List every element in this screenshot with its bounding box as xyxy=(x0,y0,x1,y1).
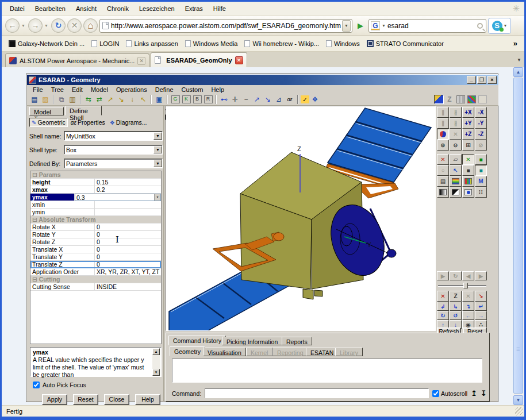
move-down-right-icon[interactable]: ↘ xyxy=(116,95,126,105)
help-book-icon[interactable]: ❖ xyxy=(310,95,320,105)
zoom-out-icon[interactable]: ⊖ xyxy=(450,140,462,151)
esarad-menu-define[interactable]: Define xyxy=(152,86,177,94)
cube-gray-icon[interactable]: ■ xyxy=(462,165,474,176)
preferences-check-icon[interactable]: ✓ xyxy=(301,95,309,103)
skype-extension-button[interactable]: S ▼ xyxy=(488,18,511,34)
param-row-rotate-z[interactable]: Rotate Z0 xyxy=(30,238,161,246)
param-row-translate-z[interactable]: Translate Z0 xyxy=(30,261,161,268)
param-row-ymax[interactable]: ymax ▾ xyxy=(30,194,161,201)
close-button[interactable]: Close xyxy=(104,394,129,405)
chevron-down-icon[interactable]: ▼ xyxy=(153,146,162,153)
bookmark-links-anpassen[interactable]: Links anpassen xyxy=(124,39,180,48)
back-button[interactable]: ← xyxy=(5,18,20,33)
spinner-icon[interactable]: ▾ xyxy=(154,194,160,201)
copy-icon[interactable]: ⧉ xyxy=(56,95,67,105)
menu-hilfe[interactable]: Hilfe xyxy=(209,3,231,14)
color-scale-icon[interactable] xyxy=(450,176,462,187)
url-dropdown-icon[interactable]: ▼ xyxy=(342,20,351,32)
grid-disabled-icon[interactable] xyxy=(455,95,466,105)
apply-button[interactable]: Apply xyxy=(42,394,67,405)
command-history-output[interactable] xyxy=(172,359,482,383)
esarad-titlebar[interactable]: ESARAD - Geometry _ ❐ × xyxy=(27,75,498,85)
scroll-to-bottom-icon[interactable]: ↧ xyxy=(481,389,487,398)
tab-reporting[interactable]: Reporting xyxy=(272,348,308,356)
ymax-input[interactable] xyxy=(75,194,154,201)
menu-datei[interactable]: Datei xyxy=(5,3,29,14)
scroll-down-icon[interactable]: ▼ xyxy=(152,369,160,376)
geometric-button[interactable]: ✎Geometric xyxy=(29,118,68,127)
model-cross-icon[interactable]: ✕ xyxy=(437,291,449,302)
back-history-dropdown[interactable]: ▼ xyxy=(21,22,26,30)
skype-dropdown-icon[interactable]: ▼ xyxy=(504,24,508,28)
doc-report-icon[interactable]: R xyxy=(203,95,213,105)
open-folder-icon[interactable]: ▨ xyxy=(40,95,51,105)
light-bulb-icon[interactable]: ○ xyxy=(437,165,449,176)
move-up-right-icon[interactable]: ↗ xyxy=(105,95,116,105)
pick-node-icon[interactable]: ↘ xyxy=(263,95,273,105)
help-scrollbar[interactable]: ▲ ▼ xyxy=(152,348,160,376)
bookmark-login[interactable]: LOGIN xyxy=(89,39,121,48)
section-row[interactable]: ⊟ Absolute Transform xyxy=(30,216,161,224)
cross-gray-icon[interactable]: ✕ xyxy=(462,291,474,302)
param-row-translate-y[interactable]: Translate Y0 xyxy=(30,253,161,261)
reset-button[interactable]: Reset xyxy=(73,394,98,405)
pick-point-icon[interactable]: ↗ xyxy=(252,95,262,105)
param-row-xmin[interactable]: xmin xyxy=(30,201,161,209)
shell-name-combo[interactable]: MyUnitBox▼ xyxy=(64,131,163,141)
param-row-height[interactable]: height0.15 xyxy=(30,179,161,186)
tab-kernel[interactable]: Kernel xyxy=(246,348,272,356)
satellite-3d-view[interactable]: Z Y xyxy=(166,106,436,331)
scroll-to-top-icon[interactable]: ↥ xyxy=(471,389,477,398)
tab-picking-information[interactable]: Picking Information xyxy=(222,337,282,345)
mirror-y2-icon[interactable]: ∦ xyxy=(450,118,462,129)
checkbox-icon[interactable] xyxy=(33,382,40,388)
ymax-edit-field[interactable]: ▾ xyxy=(75,194,161,201)
esarad-menu-tree[interactable]: Tree xyxy=(48,86,67,94)
doc-bulk-icon[interactable]: B xyxy=(192,95,202,105)
grid-color-icon[interactable] xyxy=(466,95,477,105)
forward-button[interactable]: → xyxy=(28,18,43,33)
menu-extras[interactable]: Extras xyxy=(181,3,208,14)
scroll-up-icon[interactable]: ▲ xyxy=(152,348,160,355)
esarad-menu-custom[interactable]: Custom xyxy=(178,86,207,94)
scrollbar-thumb[interactable] xyxy=(513,78,523,394)
go-button[interactable]: ▶ xyxy=(354,20,367,32)
chart-icon[interactable]: ∷ xyxy=(475,187,487,198)
swap-right-icon[interactable]: ⇄ xyxy=(94,95,105,105)
scroll-up-icon[interactable]: ▲ xyxy=(513,67,523,77)
zoom-window-icon[interactable]: ⊞ xyxy=(462,140,474,151)
tab-command-history[interactable]: Command History xyxy=(168,336,226,345)
measure-icon[interactable]: ⊷ xyxy=(219,95,229,105)
restore-button[interactable]: ❐ xyxy=(477,76,486,84)
bookmark-strato[interactable]: STRATO Communicator xyxy=(364,39,446,48)
view-minus-y-button[interactable]: -Y xyxy=(475,118,487,129)
param-row-cutting-sense[interactable]: Cutting SenseINSIDE xyxy=(30,283,161,291)
move-down-icon[interactable]: ↓ xyxy=(127,95,137,105)
rotate-arc-right-icon[interactable]: ↵ xyxy=(475,302,487,311)
tab-visualisation[interactable]: Visualisation xyxy=(203,348,246,356)
tab-geometry[interactable]: Geometry xyxy=(170,346,205,356)
tab-close-icon[interactable]: ✕ xyxy=(235,56,243,64)
green-cross-icon[interactable]: ✕ xyxy=(462,154,474,165)
auto-pick-focus-checkbox[interactable]: Auto Pick Focus xyxy=(33,382,86,388)
z-mode-icon[interactable]: Z xyxy=(444,95,455,105)
tab-list-dropdown[interactable]: ▼ xyxy=(514,55,524,66)
shell-type-combo[interactable]: Box▼ xyxy=(64,145,163,155)
slider-thumb[interactable] xyxy=(463,283,468,288)
esarad-menu-help[interactable]: Help xyxy=(208,86,228,94)
section-row[interactable]: ⊟ Cutting xyxy=(30,276,161,283)
menu-lesezeichen[interactable]: Lesezeichen xyxy=(135,3,179,14)
paste-icon[interactable]: ▥ xyxy=(67,95,78,105)
bookmarks-overflow-chevron[interactable]: » xyxy=(513,39,520,48)
alpha-epsilon-icon[interactable]: αε xyxy=(285,95,295,105)
shaded-sphere-icon[interactable] xyxy=(437,129,449,140)
z-color-icon[interactable]: Z xyxy=(450,291,462,302)
chevron-down-icon[interactable]: ▼ xyxy=(153,132,162,140)
zoom-disabled-icon[interactable]: ⊘ xyxy=(475,140,487,151)
param-row-ymin[interactable]: ymin xyxy=(30,209,161,216)
tool-cross-icon[interactable]: ✕ xyxy=(437,154,449,165)
palette-icon[interactable] xyxy=(462,176,474,187)
help-button[interactable]: Help xyxy=(135,394,160,405)
wireframe-box-icon[interactable]: ▱ xyxy=(450,154,462,165)
forward-history-dropdown[interactable]: ▼ xyxy=(44,22,49,30)
